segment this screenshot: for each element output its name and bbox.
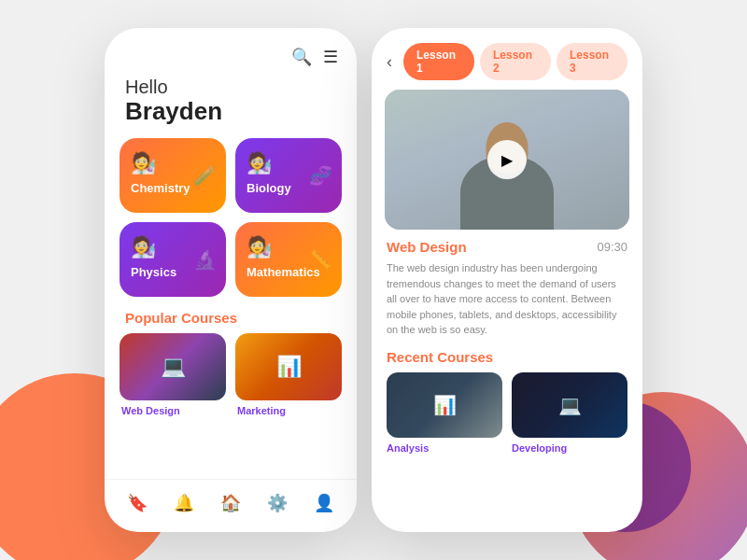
lesson-tab-3[interactable]: Lesson 3 — [557, 43, 627, 80]
filter-icon[interactable]: ☰ — [323, 47, 338, 67]
subject-card-chemistry[interactable]: 🧑‍🔬 Chemistry 🧪 — [120, 138, 226, 213]
popular-courses-row: Web Design Marketing — [105, 333, 357, 471]
nav-profile-icon[interactable]: 👤 — [310, 489, 338, 517]
chemistry-deco: 🧪 — [193, 164, 217, 187]
course-card-webdesign[interactable]: Web Design — [120, 333, 226, 471]
lesson-tab-2[interactable]: Lesson 2 — [480, 43, 551, 80]
play-button[interactable]: ▶ — [487, 140, 527, 179]
course-duration: 09:30 — [597, 240, 627, 254]
marketing-thumbnail — [235, 333, 342, 400]
recent-card-developing[interactable]: 💻 Developing — [512, 372, 627, 533]
webdesign-thumbnail — [120, 333, 226, 400]
greeting-name: Brayden — [125, 98, 336, 125]
lesson-tabs: Lesson 1 Lesson 2 Lesson 3 — [403, 43, 627, 80]
recent-courses-row: 📊 Analysis 💻 Developing — [372, 372, 642, 533]
mathematics-deco: 📏 — [309, 248, 332, 271]
course-description: The web design industry has been undergo… — [372, 259, 642, 345]
search-icon[interactable]: 🔍 — [291, 47, 312, 67]
course-title: Web Design — [387, 239, 467, 255]
biology-icon: 🧑‍🔬 — [247, 151, 272, 175]
mathematics-icon: 🧑‍🔬 — [247, 235, 272, 259]
recent-card-analysis[interactable]: 📊 Analysis — [387, 372, 502, 533]
nav-bell-icon[interactable]: 🔔 — [170, 489, 198, 517]
physics-icon: 🧑‍🔬 — [131, 235, 156, 259]
analysis-name: Analysis — [387, 442, 502, 454]
nav-settings-icon[interactable]: ⚙️ — [263, 489, 291, 517]
chemistry-icon: 🧑‍🔬 — [131, 151, 156, 175]
recent-section-title: Recent Courses — [372, 345, 642, 372]
left-header: 🔍 ☰ — [105, 28, 357, 67]
subject-card-mathematics[interactable]: 🧑‍🔬 Mathematics 📏 — [235, 222, 342, 297]
left-phone: 🔍 ☰ Hello Brayden 🧑‍🔬 Chemistry 🧪 🧑‍🔬 Bi… — [105, 28, 357, 532]
nav-home-icon[interactable]: 🏠 — [217, 489, 245, 517]
biology-deco: 🧬 — [309, 164, 332, 187]
subject-card-biology[interactable]: 🧑‍🔬 Biology 🧬 — [235, 138, 342, 213]
lesson-tab-1[interactable]: Lesson 1 — [403, 43, 474, 80]
course-info-row: Web Design 09:30 — [372, 230, 642, 259]
marketing-name: Marketing — [235, 405, 342, 416]
physics-label: Physics — [131, 265, 176, 279]
back-button[interactable]: ‹ — [387, 52, 392, 72]
webdesign-name: Web Design — [120, 405, 226, 416]
biology-label: Biology — [247, 181, 291, 195]
subject-card-physics[interactable]: 🧑‍🔬 Physics 🔬 — [120, 222, 226, 297]
right-phone: ‹ Lesson 1 Lesson 2 Lesson 3 ▶ Web Desig… — [372, 28, 642, 532]
developing-name: Developing — [512, 442, 627, 454]
greeting: Hello Brayden — [105, 67, 357, 138]
right-header: ‹ Lesson 1 Lesson 2 Lesson 3 — [372, 28, 642, 90]
developing-thumbnail: 💻 — [512, 372, 627, 438]
bottom-nav: 🔖 🔔 🏠 ⚙️ 👤 — [105, 479, 357, 532]
physics-deco: 🔬 — [193, 248, 217, 271]
subject-grid: 🧑‍🔬 Chemistry 🧪 🧑‍🔬 Biology 🧬 🧑‍🔬 Physic… — [105, 138, 357, 297]
screens-wrapper: 🔍 ☰ Hello Brayden 🧑‍🔬 Chemistry 🧪 🧑‍🔬 Bi… — [105, 28, 642, 532]
video-area[interactable]: ▶ — [385, 90, 629, 230]
chemistry-label: Chemistry — [131, 181, 190, 195]
course-card-marketing[interactable]: Marketing — [235, 333, 342, 471]
analysis-thumbnail: 📊 — [387, 372, 502, 438]
popular-section-title: Popular Courses — [105, 297, 357, 333]
nav-bookmark-icon[interactable]: 🔖 — [123, 489, 151, 517]
greeting-hello: Hello — [125, 77, 336, 98]
video-overlay: ▶ — [385, 90, 629, 230]
